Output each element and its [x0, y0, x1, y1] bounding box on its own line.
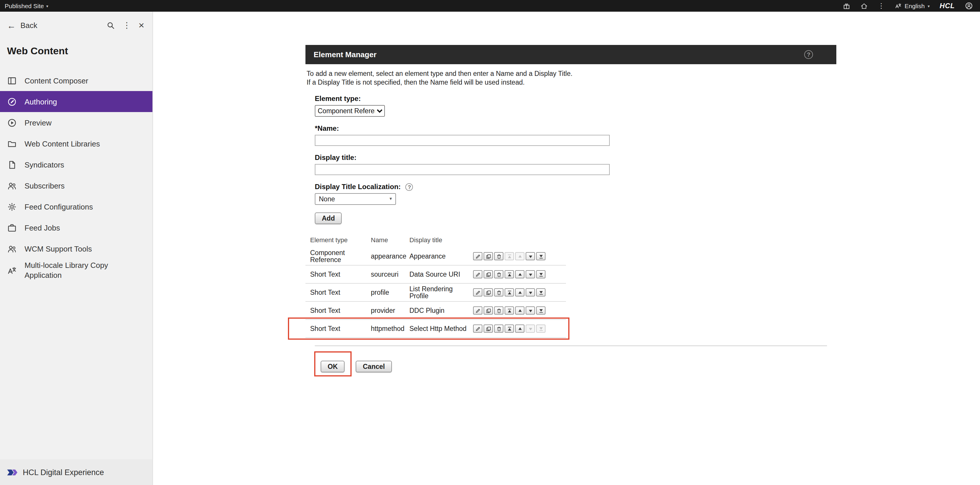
cell-display-title: List Rendering Profile [409, 286, 473, 300]
instruction-line-2: If a Display Title is not specified, the… [307, 78, 836, 87]
move-top-button[interactable] [504, 325, 514, 333]
back-button[interactable]: ← Back [7, 21, 106, 30]
sidebar-item-feed-jobs[interactable]: Feed Jobs [0, 217, 153, 238]
localization-value: None [319, 196, 335, 203]
home-icon[interactable] [860, 2, 868, 10]
edit-button[interactable] [473, 252, 482, 261]
move-bottom-button[interactable] [536, 252, 546, 261]
chevron-down-icon: ▾ [928, 4, 930, 8]
sidebar-item-authoring[interactable]: Authoring [0, 91, 153, 112]
element-manager-dialog: Element Manager ? To add a new element, … [305, 45, 836, 372]
sidebar-item-label: Feed Configurations [24, 202, 93, 212]
edit-button[interactable] [473, 307, 482, 315]
back-label: Back [21, 21, 37, 30]
move-down-button[interactable] [526, 288, 535, 297]
move-up-button[interactable] [515, 307, 525, 315]
kebab-menu-icon[interactable]: ⋮ [878, 2, 885, 10]
sidebar-item-label: Multi-locale Library Copy Application [24, 260, 127, 280]
sidebar-item-web-content-libraries[interactable]: Web Content Libraries [0, 133, 153, 154]
move-down-button[interactable] [526, 252, 535, 261]
cell-display-title: DDC Plugin [409, 307, 473, 314]
copy-button[interactable] [484, 307, 493, 315]
edit-button[interactable] [473, 288, 482, 297]
sidebar-item-preview[interactable]: Preview [0, 112, 153, 133]
row-actions [473, 325, 566, 333]
copy-button[interactable] [484, 271, 493, 279]
column-header-name: Name [371, 237, 409, 244]
sidebar-item-syndicators[interactable]: Syndicators [0, 154, 153, 175]
move-up-button[interactable] [515, 271, 525, 279]
edit-icon [475, 272, 480, 277]
name-input[interactable] [315, 135, 610, 146]
sidebar-item-feed-configurations[interactable]: Feed Configurations [0, 196, 153, 217]
delete-button[interactable] [494, 325, 503, 333]
sidebar-item-wcm-support-tools[interactable]: WCM Support Tools [0, 238, 153, 259]
gift-icon[interactable] [843, 2, 850, 10]
help-icon[interactable]: ? [804, 50, 813, 59]
sidebar-item-label: Feed Jobs [24, 223, 60, 233]
display-title-label: Display title: [315, 154, 836, 162]
ok-button[interactable]: OK [321, 361, 345, 372]
sidebar-item-subscribers[interactable]: Subscribers [0, 175, 153, 196]
authoring-icon [7, 97, 17, 106]
table-row: Short Text sourceuri Data Source URI [305, 266, 566, 284]
delete-button[interactable] [494, 271, 503, 279]
delete-button[interactable] [494, 288, 503, 297]
chevron-down-icon: ▾ [390, 197, 392, 202]
move-bottom-button[interactable] [536, 307, 546, 315]
delete-icon [496, 254, 501, 259]
cancel-button[interactable]: Cancel [356, 361, 392, 372]
copy-button[interactable] [484, 288, 493, 297]
move-bottom-icon [538, 254, 543, 259]
copy-button[interactable] [484, 252, 493, 261]
move-bottom-button [536, 325, 546, 333]
display-title-input[interactable] [315, 164, 610, 175]
move-top-button[interactable] [504, 307, 514, 315]
edit-button[interactable] [473, 325, 482, 333]
element-type-select[interactable]: Component Reference [315, 105, 385, 117]
move-down-icon [528, 290, 533, 295]
published-site-menu[interactable]: Published Site ▾ [5, 2, 48, 10]
sidebar-item-content-composer[interactable]: Content Composer [0, 70, 153, 91]
copy-icon [485, 254, 491, 259]
dialog-instructions: To add a new element, select an element … [307, 70, 836, 87]
delete-icon [496, 290, 501, 295]
move-top-icon [507, 326, 512, 331]
search-icon[interactable] [106, 21, 115, 30]
edit-icon [475, 254, 480, 259]
sidebar: ← Back ⋮ × Web Content Content Composer … [0, 12, 153, 485]
preview-icon [7, 117, 17, 128]
move-down-button[interactable] [526, 271, 535, 279]
syndicators-icon [7, 160, 17, 170]
wcm-support-tools-icon [7, 244, 17, 254]
delete-button[interactable] [494, 307, 503, 315]
content-composer-icon [7, 76, 17, 86]
close-icon[interactable]: × [138, 20, 144, 30]
sidebar-item-label: Authoring [24, 97, 57, 106]
sidebar-item-label: Web Content Libraries [24, 139, 100, 149]
language-menu[interactable]: English ▾ [895, 2, 930, 10]
feed-configurations-icon [7, 202, 17, 212]
help-icon[interactable]: ? [406, 184, 413, 191]
move-bottom-icon [538, 272, 543, 277]
move-top-button[interactable] [504, 288, 514, 297]
sidebar-item-multi-locale-library-copy-application[interactable]: Multi-locale Library Copy Application [0, 259, 153, 281]
table-row: Short Text httpmethod Select Http Method [305, 320, 566, 338]
move-bottom-button[interactable] [536, 288, 546, 297]
move-top-button[interactable] [504, 271, 514, 279]
user-icon[interactable] [965, 2, 973, 10]
cell-element-type: Short Text [305, 289, 371, 296]
localization-dropdown[interactable]: None ▾ [315, 193, 396, 205]
move-bottom-icon [538, 290, 543, 295]
move-bottom-button[interactable] [536, 271, 546, 279]
table-header-row: Element type Name Display title [305, 233, 566, 248]
move-up-button[interactable] [515, 325, 525, 333]
delete-button[interactable] [494, 252, 503, 261]
move-down-button[interactable] [526, 307, 535, 315]
edit-button[interactable] [473, 271, 482, 279]
table-row: Component Reference appearance Appearanc… [305, 248, 566, 266]
add-button[interactable]: Add [315, 213, 342, 224]
kebab-menu-icon[interactable]: ⋮ [123, 21, 131, 29]
copy-button[interactable] [484, 325, 493, 333]
move-up-button[interactable] [515, 288, 525, 297]
